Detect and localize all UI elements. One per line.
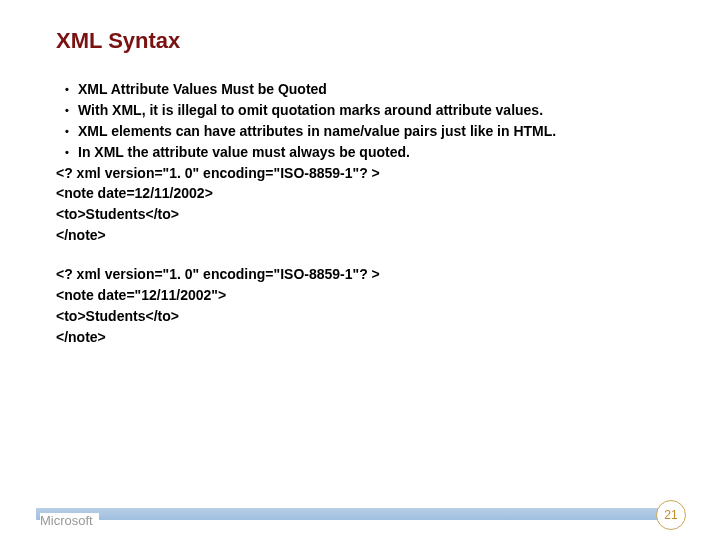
page-number: 21 <box>656 500 686 530</box>
code-line: </note> <box>56 226 664 245</box>
bullet-icon: • <box>56 122 78 141</box>
bullet-item: • With XML, it is illegal to omit quotat… <box>56 101 664 120</box>
bullet-item: • XML Attribute Values Must be Quoted <box>56 80 664 99</box>
bullet-item: • In XML the attribute value must always… <box>56 143 664 162</box>
code-line: <? xml version="1. 0" encoding="ISO-8859… <box>56 265 664 284</box>
bullet-text: With XML, it is illegal to omit quotatio… <box>78 101 664 120</box>
code-line: <note date=12/11/2002> <box>56 184 664 203</box>
bullet-icon: • <box>56 101 78 120</box>
code-line: <? xml version="1. 0" encoding="ISO-8859… <box>56 164 664 183</box>
code-block-correct: <? xml version="1. 0" encoding="ISO-8859… <box>56 265 664 347</box>
footer-brand: Microsoft <box>40 513 99 528</box>
bullet-text: XML Attribute Values Must be Quoted <box>78 80 664 99</box>
bullet-icon: • <box>56 80 78 99</box>
code-line: </note> <box>56 328 664 347</box>
slide-content: • XML Attribute Values Must be Quoted • … <box>56 80 664 347</box>
slide-title: XML Syntax <box>56 28 664 54</box>
bullet-text: In XML the attribute value must always b… <box>78 143 664 162</box>
bullet-icon: • <box>56 143 78 162</box>
bullet-item: • XML elements can have attributes in na… <box>56 122 664 141</box>
code-line: <to>Students</to> <box>56 205 664 224</box>
slide: XML Syntax • XML Attribute Values Must b… <box>0 0 720 540</box>
footer-bar <box>36 508 664 520</box>
slide-footer: Microsoft 21 <box>0 500 720 528</box>
code-line: <note date="12/11/2002"> <box>56 286 664 305</box>
bullet-text: XML elements can have attributes in name… <box>78 122 664 141</box>
code-line: <to>Students</to> <box>56 307 664 326</box>
